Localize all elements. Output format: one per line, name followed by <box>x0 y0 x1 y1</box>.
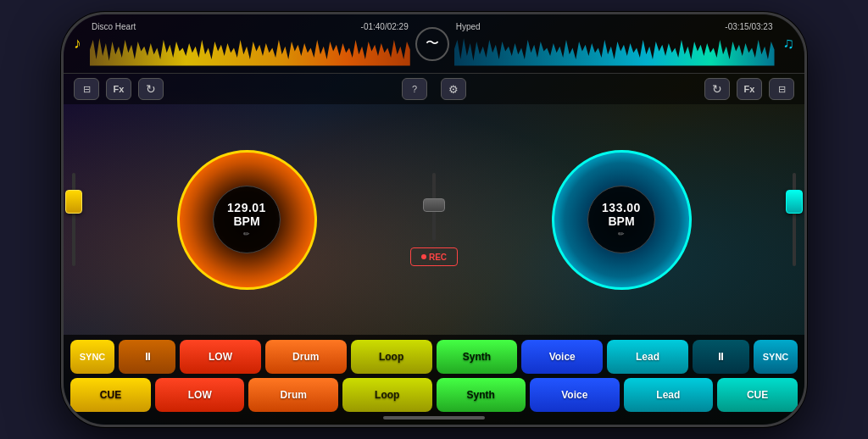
right-bpm-value: 133.00 <box>602 201 641 214</box>
right-loop-button[interactable]: ↻ <box>704 78 730 100</box>
left-waveform-bars <box>90 34 410 66</box>
left-loop-button[interactable]: ↻ <box>138 78 164 100</box>
left-equalizer-button[interactable]: ⊟ <box>74 78 99 100</box>
crossfader-track[interactable] <box>432 173 436 241</box>
right-equalizer-button[interactable]: ⊟ <box>769 78 794 100</box>
left-track-title: Disco Heart <box>92 22 136 31</box>
add-left-track-button[interactable]: ♪ <box>70 31 85 56</box>
loop-icon: ↻ <box>146 82 156 96</box>
lead-button-1[interactable]: Lead <box>607 340 688 374</box>
right-turntable-inner: 133.00 BPM ✏ <box>587 186 655 253</box>
right-volume-fader[interactable] <box>787 160 801 279</box>
music-note-icon: ♪ <box>74 35 81 52</box>
right-sync-button[interactable]: SYNC <box>754 340 798 374</box>
left-fader-track <box>72 173 75 266</box>
left-fx-button[interactable]: Fx <box>106 78 131 100</box>
question-icon: ? <box>412 84 417 94</box>
settings-button[interactable]: ⚙ <box>441 78 466 100</box>
dj-app: ♪ Disco Heart -01:40/02:29 〜 <box>64 14 804 425</box>
right-track-header: Hyped -03:15/03:23 <box>454 22 775 31</box>
left-track-header: Disco Heart -01:40/02:29 <box>90 22 410 31</box>
bottom-section: SYNC ⏸ LOW Drum Loop Synth Voice Lead ⏸ … <box>64 335 804 425</box>
left-bpm-edit-icon: ✏ <box>243 230 250 238</box>
right-bpm-label: BPM <box>608 214 634 228</box>
left-track-time: -01:40/02:29 <box>361 22 409 31</box>
waveform-section: ♪ Disco Heart -01:40/02:29 〜 <box>64 14 804 74</box>
right-waveform-display[interactable] <box>454 34 775 66</box>
loop-right-icon: ↻ <box>712 82 722 96</box>
right-track-time: -03:15/03:23 <box>725 22 772 31</box>
music-note-right-icon: ♫ <box>783 35 795 52</box>
right-controls: ↻ Fx ⊟ <box>704 78 794 100</box>
fx-right-icon: Fx <box>744 84 755 94</box>
drum-button-1[interactable]: Drum <box>265 340 347 374</box>
right-fx-button[interactable]: Fx <box>737 78 762 100</box>
lead-button-2[interactable]: Lead <box>624 378 714 412</box>
left-bpm-value: 129.01 <box>227 201 266 214</box>
pause-left-icon: ⏸ <box>142 351 153 363</box>
loop-button-1[interactable]: Loop <box>351 340 432 374</box>
left-turntable-inner: 129.01 BPM ✏ <box>213 186 281 253</box>
center-wave-button[interactable]: 〜 <box>415 27 449 61</box>
rec-label: REC <box>429 253 447 262</box>
left-fader-thumb[interactable] <box>65 190 82 214</box>
add-right-track-button[interactable]: ♫ <box>780 31 798 56</box>
sliders-right-icon: ⊟ <box>778 84 786 95</box>
center-controls: ? ⚙ <box>402 78 466 100</box>
voice-button-2[interactable]: Voice <box>530 378 620 412</box>
right-fader-track <box>793 173 796 266</box>
controls-section: ⊟ Fx ↻ ? ⚙ <box>64 74 804 104</box>
low-button-1[interactable]: LOW <box>180 340 261 374</box>
right-fader-thumb[interactable] <box>786 190 803 214</box>
heartbeat-icon: 〜 <box>426 35 439 53</box>
button-row-1: SYNC ⏸ LOW Drum Loop Synth Voice Lead ⏸ … <box>70 340 798 374</box>
right-track-title: Hyped <box>456 22 481 31</box>
left-sync-button[interactable]: SYNC <box>70 340 114 374</box>
right-turntable-area: 133.00 BPM ✏ <box>460 150 782 290</box>
main-dj-area: 129.01 BPM ✏ REC <box>64 104 804 335</box>
synth-button-1[interactable]: Synth <box>437 340 518 374</box>
synth-button-2[interactable]: Synth <box>437 378 526 412</box>
left-controls: ⊟ Fx ↻ <box>74 78 164 100</box>
screen: ♪ Disco Heart -01:40/02:29 〜 <box>64 14 804 425</box>
loop-button-2[interactable]: Loop <box>342 378 432 412</box>
right-waveform-bars <box>454 34 775 66</box>
right-turntable[interactable]: 133.00 BPM ✏ <box>552 150 692 290</box>
left-bpm-label: BPM <box>233 214 259 228</box>
drum-button-2[interactable]: Drum <box>248 378 338 412</box>
left-waveform-display[interactable] <box>90 34 410 66</box>
left-waveform-track: Disco Heart -01:40/02:29 <box>90 22 410 66</box>
home-indicator <box>383 416 485 420</box>
pause-right-icon: ⏸ <box>715 351 726 363</box>
left-turntable-area: 129.01 BPM ✏ <box>86 150 408 290</box>
crossfader-area: REC <box>413 160 455 279</box>
rec-dot-icon <box>421 254 426 259</box>
fx-icon: Fx <box>114 84 125 94</box>
left-cue-button[interactable]: CUE <box>70 378 151 412</box>
sliders-icon: ⊟ <box>83 84 91 95</box>
button-row-2: CUE LOW Drum Loop Synth Voice Lead CUE <box>70 378 798 412</box>
left-turntable[interactable]: 129.01 BPM ✏ <box>177 150 317 290</box>
right-bpm-edit-icon: ✏ <box>618 230 625 238</box>
right-pause-button[interactable]: ⏸ <box>693 340 749 374</box>
crossfader-thumb[interactable] <box>423 198 445 212</box>
right-waveform-track: Hyped -03:15/03:23 <box>454 22 775 66</box>
left-pause-button[interactable]: ⏸ <box>119 340 175 374</box>
phone-frame: ♪ Disco Heart -01:40/02:29 〜 <box>61 12 807 427</box>
help-button[interactable]: ? <box>402 78 427 100</box>
voice-button-1[interactable]: Voice <box>521 340 603 374</box>
gear-icon: ⚙ <box>448 83 459 96</box>
right-cue-button[interactable]: CUE <box>717 378 798 412</box>
low-button-2[interactable]: LOW <box>155 378 245 412</box>
rec-button[interactable]: REC <box>410 247 458 266</box>
left-volume-fader[interactable] <box>67 160 81 279</box>
